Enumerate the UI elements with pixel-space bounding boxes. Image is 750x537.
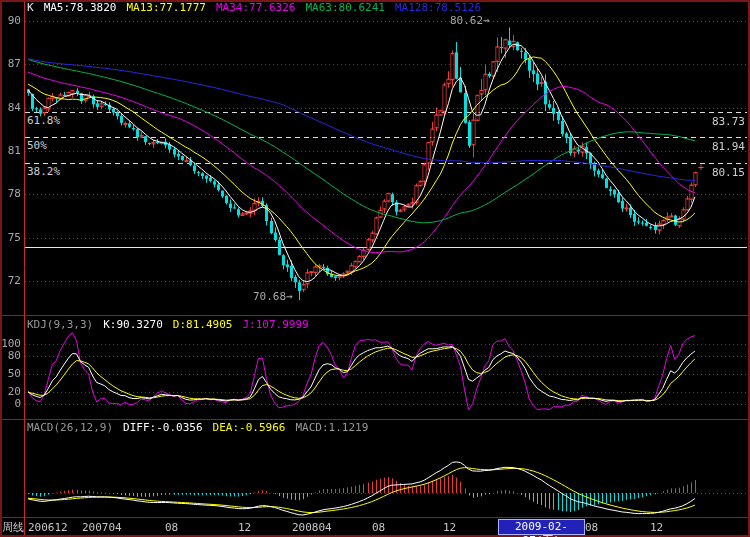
- kdj-axis-label: 50: [0, 367, 21, 380]
- chart-canvas[interactable]: [0, 0, 750, 537]
- legend-ma128: MA128:78.5126: [395, 2, 481, 14]
- right-arrow-icon: →: [286, 290, 293, 303]
- fib-price-label: 83.73: [685, 115, 745, 128]
- time-axis-label: 12: [443, 521, 456, 534]
- time-axis-label: 200804: [292, 521, 332, 534]
- legend-k: K: [27, 2, 34, 14]
- price-axis-label: 90: [0, 14, 21, 27]
- high-annotation: 80.62→: [450, 15, 490, 27]
- fib-price-label: 81.94: [685, 140, 745, 153]
- kdj-legend-name: KDJ(9,3,3): [27, 319, 93, 331]
- time-axis-label: 200612: [28, 521, 68, 534]
- low-annotation-value: 70.68: [253, 290, 286, 303]
- time-axis-label: 200704: [82, 521, 122, 534]
- price-axis-label: 78: [0, 187, 21, 200]
- kdj-legend-k: K:90.3270: [103, 319, 163, 331]
- right-arrow-icon: →: [483, 14, 490, 27]
- kdj-axis-label: 0: [0, 397, 21, 410]
- time-axis-label: 08: [585, 521, 598, 534]
- time-axis-label: 08: [372, 521, 385, 534]
- legend-ma63: MA63:80.6241: [305, 2, 384, 14]
- time-axis-label: 12: [650, 521, 663, 534]
- legend-ma34: MA34:77.6326: [216, 2, 295, 14]
- selected-date-badge: 2009-02-27(五): [498, 519, 585, 535]
- legend-ma13: MA13:77.1777: [126, 2, 205, 14]
- macd-legend-name: MACD(26,12,9): [27, 422, 113, 434]
- fib-price-label: 80.15: [685, 166, 745, 179]
- low-annotation: 70.68→: [253, 291, 293, 303]
- price-axis-label: 72: [0, 274, 21, 287]
- legend-ma5: MA5:78.3820: [44, 2, 117, 14]
- price-axis-label: 75: [0, 231, 21, 244]
- macd-legend-macd: MACD:1.1219: [295, 422, 368, 434]
- time-axis-label: 12: [238, 521, 251, 534]
- kdj-axis-label: 80: [0, 349, 21, 362]
- macd-legend-diff: DIFF:-0.0356: [123, 422, 202, 434]
- stock-chart-window: K MA5:78.3820 MA13:77.1777 MA34:77.6326 …: [0, 0, 750, 537]
- macd-legend-dea: DEA:-0.5966: [213, 422, 286, 434]
- kdj-legend-d: D:81.4905: [173, 319, 233, 331]
- kdj-legend: KDJ(9,3,3) K:90.3270 D:81.4905 J:107.999…: [27, 319, 319, 331]
- price-axis-label: 87: [0, 57, 21, 70]
- time-axis-label: 08: [165, 521, 178, 534]
- price-axis-label: 81: [0, 144, 21, 157]
- main-chart-legend: K MA5:78.3820 MA13:77.1777 MA34:77.6326 …: [27, 2, 491, 14]
- high-annotation-value: 80.62: [450, 14, 483, 27]
- price-axis-label: 84: [0, 101, 21, 114]
- macd-legend: MACD(26,12,9) DIFF:-0.0356 DEA:-0.5966 M…: [27, 422, 378, 434]
- kdj-legend-j: J:107.9999: [242, 319, 308, 331]
- period-label: 周线: [2, 521, 24, 534]
